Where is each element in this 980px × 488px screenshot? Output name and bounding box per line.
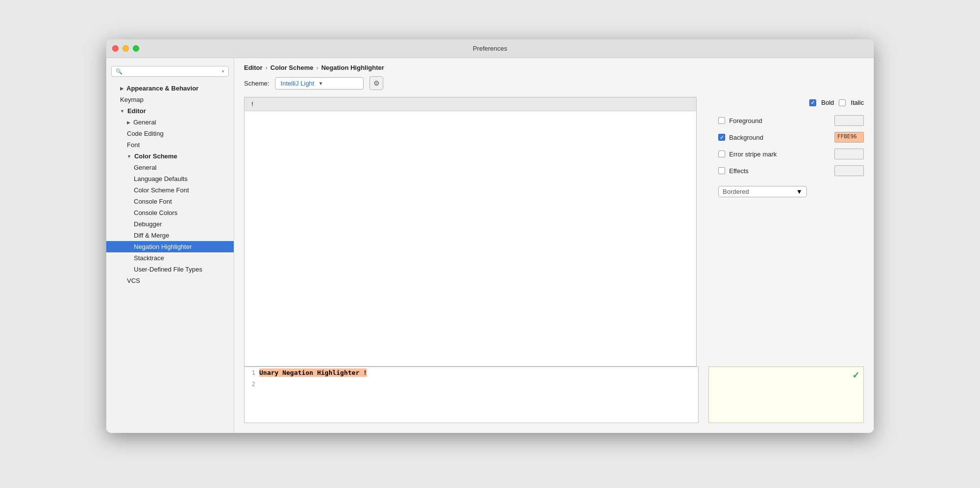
sidebar-item-label: Editor: [127, 107, 146, 115]
effects-color-swatch[interactable]: [834, 165, 864, 176]
sidebar-item-diff-merge[interactable]: Diff & Merge: [106, 230, 234, 241]
main-layout: 🔍 ▾ ▶ Appearance & Behavior Keymap ▼ Edi…: [106, 58, 874, 433]
error-stripe-label: Error stripe mark: [729, 151, 830, 158]
scheme-dropdown-value: IntelliJ Light: [280, 80, 314, 87]
line-number-1: 1: [245, 369, 259, 376]
code-preview-panel: 1 Unary Negation Highlighter ! 2: [244, 366, 699, 423]
editor-right-panel: Bold Italic Foreground: [706, 97, 864, 366]
sidebar-item-label: VCS: [127, 277, 140, 284]
sidebar-item-general[interactable]: ▶ General: [106, 117, 234, 128]
sidebar-item-label: Negation Highlighter: [134, 243, 192, 250]
content-area: Editor › Color Scheme › Negation Highlig…: [234, 58, 874, 433]
sidebar-item-cs-general[interactable]: General: [106, 162, 234, 173]
code-content-1: Unary Negation Highlighter !: [259, 369, 367, 376]
preview-header: !: [245, 97, 696, 111]
sidebar-item-label: General: [133, 119, 156, 126]
breadcrumb-sep-2: ›: [316, 64, 318, 71]
validation-panel: ✓: [708, 366, 864, 423]
style-options-row: Bold Italic: [718, 97, 864, 106]
effects-row: Effects: [718, 165, 864, 176]
checkmark-icon: ✓: [852, 370, 859, 381]
window-title: Preferences: [473, 45, 507, 52]
sidebar-item-negation-highlighter[interactable]: Negation Highlighter: [106, 241, 234, 252]
titlebar: Preferences: [106, 39, 874, 58]
preview-exclamation: !: [250, 100, 254, 108]
sidebar-item-label: Font: [127, 141, 140, 149]
search-dropdown-arrow[interactable]: ▾: [222, 69, 224, 74]
breadcrumb-color-scheme: Color Scheme: [271, 64, 313, 71]
gear-icon: ⚙: [373, 79, 380, 87]
breadcrumb-sep-1: ›: [266, 64, 268, 71]
expand-arrow-icon: ▼: [120, 109, 124, 114]
foreground-color-swatch[interactable]: [834, 115, 864, 126]
italic-checkbox[interactable]: [839, 99, 846, 106]
error-stripe-color-swatch[interactable]: [834, 149, 864, 159]
sidebar-item-label: Appearance & Behavior: [126, 85, 199, 92]
expand-arrow-icon: ▶: [127, 120, 130, 125]
split-container: ! Bold Italic: [234, 97, 874, 433]
sidebar-item-label: Console Font: [134, 198, 172, 205]
effects-checkbox[interactable]: [718, 167, 725, 174]
background-color-swatch[interactable]: FFBE96: [834, 132, 864, 143]
effects-type-dropdown[interactable]: Bordered ▼: [718, 186, 807, 197]
sidebar-item-debugger[interactable]: Debugger: [106, 218, 234, 230]
preview-body: [245, 111, 696, 366]
gear-button[interactable]: ⚙: [369, 76, 383, 90]
sidebar-item-user-defined-file-types[interactable]: User-Defined File Types: [106, 264, 234, 275]
sidebar-item-color-scheme[interactable]: ▼ Color Scheme: [106, 151, 234, 162]
breadcrumb-editor: Editor: [244, 64, 263, 71]
foreground-row: Foreground: [718, 115, 864, 126]
background-label: Background: [729, 134, 830, 141]
scheme-label: Scheme:: [244, 80, 269, 87]
expand-arrow-icon: ▶: [120, 86, 123, 91]
sidebar-item-language-defaults[interactable]: Language Defaults: [106, 173, 234, 184]
sidebar-item-vcs[interactable]: VCS: [106, 275, 234, 286]
maximize-button[interactable]: [133, 45, 139, 52]
minimize-button[interactable]: [122, 45, 129, 52]
close-button[interactable]: [112, 45, 119, 52]
search-input[interactable]: [125, 68, 219, 75]
error-stripe-checkbox[interactable]: [718, 151, 725, 157]
split-top: ! Bold Italic: [244, 97, 864, 366]
breadcrumb: Editor › Color Scheme › Negation Highlig…: [234, 58, 874, 76]
sidebar-item-appearance-behavior[interactable]: ▶ Appearance & Behavior: [106, 83, 234, 94]
sidebar-item-label: Color Scheme Font: [134, 186, 189, 194]
preview-main: !: [244, 97, 697, 366]
sidebar-item-label: Console Colors: [134, 209, 178, 216]
sidebar-item-editor[interactable]: ▼ Editor: [106, 105, 234, 117]
effects-label: Effects: [729, 167, 830, 175]
sidebar-item-keymap[interactable]: Keymap: [106, 94, 234, 105]
sidebar-item-color-scheme-font[interactable]: Color Scheme Font: [106, 184, 234, 196]
preferences-window: Preferences 🔍 ▾ ▶ Appearance & Behavior …: [106, 39, 874, 433]
line-number-2: 2: [245, 380, 259, 388]
effects-dropdown-arrow-icon: ▼: [796, 188, 802, 195]
expand-arrow-icon: ▼: [127, 154, 131, 159]
background-color-value: FFBE96: [835, 132, 859, 141]
code-highlight: Unary Negation Highlighter !: [259, 368, 367, 377]
sidebar-item-label: Language Defaults: [134, 175, 187, 183]
sidebar-item-font[interactable]: Font: [106, 139, 234, 151]
scheme-row: Scheme: IntelliJ Light ▼ ⚙: [234, 76, 874, 97]
sidebar-item-label: Keymap: [120, 96, 144, 103]
error-stripe-row: Error stripe mark: [718, 149, 864, 159]
search-icon: 🔍: [116, 68, 122, 75]
sidebar-item-code-editing[interactable]: Code Editing: [106, 128, 234, 139]
background-checkbox[interactable]: [718, 134, 725, 141]
sidebar-item-label: Color Scheme: [134, 152, 177, 160]
search-box[interactable]: 🔍 ▾: [111, 66, 229, 77]
sidebar-item-label: Debugger: [134, 220, 162, 228]
bold-checkbox[interactable]: [809, 99, 816, 106]
background-row: Background FFBE96: [718, 132, 864, 143]
effects-type-value: Bordered: [723, 188, 793, 195]
sidebar-item-label: Code Editing: [127, 130, 163, 137]
sidebar-item-label: General: [134, 164, 156, 171]
scheme-dropdown[interactable]: IntelliJ Light ▼: [275, 77, 364, 90]
sidebar-item-console-colors[interactable]: Console Colors: [106, 207, 234, 218]
sidebar-item-label: Diff & Merge: [134, 232, 169, 239]
split-bottom: 1 Unary Negation Highlighter ! 2 ✓: [244, 366, 864, 423]
sidebar-item-label: User-Defined File Types: [134, 266, 202, 273]
sidebar-item-stacktrace[interactable]: Stacktrace: [106, 252, 234, 264]
sidebar-item-console-font[interactable]: Console Font: [106, 196, 234, 207]
foreground-checkbox[interactable]: [718, 117, 725, 124]
bold-label: Bold: [821, 99, 834, 106]
